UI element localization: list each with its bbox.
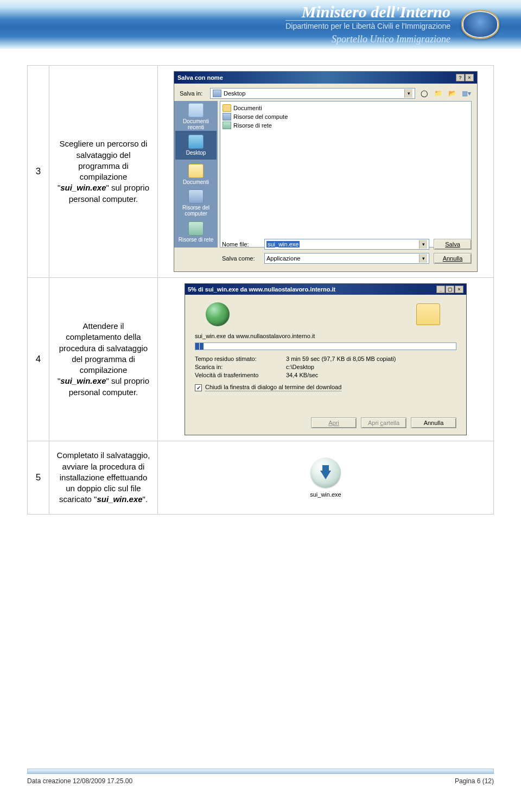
badge-icon bbox=[461, 10, 499, 39]
time-remaining-label: Tempo residuo stimato: bbox=[195, 356, 282, 362]
open-folder-button[interactable]: Apri cartella bbox=[361, 417, 406, 428]
step-screenshot: 5% di sui_win.exe da www.nullaostalavoro… bbox=[158, 278, 494, 441]
desktop-icon bbox=[213, 90, 221, 97]
exe-file-icon[interactable]: sui_win.exe bbox=[285, 447, 366, 509]
step-number: 4 bbox=[28, 278, 49, 441]
dialog-title: Salva con nome bbox=[177, 74, 223, 81]
titlebar: Salva con nome ? × bbox=[174, 72, 477, 84]
new-folder-icon[interactable]: 📂 bbox=[447, 88, 458, 99]
exe-filename: sui_win.exe bbox=[310, 491, 341, 498]
cancel-button[interactable]: Annulla bbox=[411, 417, 456, 428]
close-on-complete-checkbox[interactable] bbox=[195, 384, 202, 391]
step-description: Attendere il completamento della procedu… bbox=[49, 278, 158, 441]
help-icon[interactable]: ? bbox=[456, 74, 465, 81]
savetype-label: Salva come: bbox=[222, 255, 260, 262]
chevron-down-icon[interactable]: ▾ bbox=[419, 240, 427, 249]
cancel-button[interactable]: Annulla bbox=[434, 253, 472, 264]
close-icon[interactable]: × bbox=[465, 74, 474, 81]
table-row: 5 Completato il salvataggio, avviare la … bbox=[28, 441, 494, 515]
places-documents[interactable]: Documenti bbox=[175, 160, 217, 188]
page-number: Pagina 6 (12) bbox=[455, 777, 494, 785]
network-icon bbox=[223, 122, 231, 129]
save-in-label: Salva in: bbox=[180, 90, 207, 97]
table-row: 4 Attendere il completamento della proce… bbox=[28, 278, 494, 441]
list-item[interactable]: Risorse del compute bbox=[223, 112, 469, 121]
maximize-icon[interactable]: ▢ bbox=[446, 286, 454, 293]
views-icon[interactable]: ▦▾ bbox=[461, 88, 472, 99]
places-desktop[interactable]: Desktop bbox=[175, 131, 217, 160]
back-icon[interactable]: ◯ bbox=[418, 88, 429, 99]
open-button[interactable]: Apri bbox=[311, 417, 357, 428]
savetype-dropdown[interactable]: Applicazione ▾ bbox=[264, 253, 429, 264]
filename-label: Nome file: bbox=[222, 241, 260, 248]
folder-icon bbox=[223, 104, 231, 112]
header-banner: Ministero dell'Interno Dipartimento per … bbox=[0, 0, 521, 49]
save-button[interactable]: Salva bbox=[434, 239, 472, 250]
filename-input[interactable]: sui_win.exe ▾ bbox=[264, 239, 429, 250]
ministry-subtitle: Dipartimento per le Libertà Civili e l'I… bbox=[285, 20, 450, 30]
transfer-rate-label: Velocità di trasferimento bbox=[195, 372, 282, 378]
places-recent[interactable]: Documenti recenti bbox=[175, 102, 217, 131]
download-title: 5% di sui_win.exe da www.nullaostalavoro… bbox=[188, 286, 335, 293]
list-item[interactable]: Documenti bbox=[223, 104, 469, 112]
file-list[interactable]: Documenti Risorse del compute Risorse di… bbox=[220, 101, 472, 248]
chevron-down-icon[interactable]: ▾ bbox=[404, 89, 412, 98]
progress-bar bbox=[195, 342, 456, 350]
titlebar: 5% di sui_win.exe da www.nullaostalavoro… bbox=[185, 284, 466, 295]
step-number: 5 bbox=[28, 441, 49, 515]
up-folder-icon[interactable]: 📁 bbox=[433, 88, 443, 99]
step-number: 3 bbox=[28, 66, 49, 278]
ministry-subtitle2: Sportello Unico Immigrazione bbox=[285, 34, 450, 45]
header-text: Ministero dell'Interno Dipartimento per … bbox=[285, 4, 450, 45]
save-in-dropdown[interactable]: Desktop ▾ bbox=[210, 88, 415, 99]
computer-icon bbox=[223, 113, 231, 120]
download-source: sui_win.exe da www.nullaostalavoro.inter… bbox=[195, 333, 456, 339]
save-toolbar: Salva in: Desktop ▾ ◯ 📁 📂 ▦▾ bbox=[174, 84, 477, 101]
close-icon[interactable]: × bbox=[455, 286, 463, 293]
globe-icon bbox=[206, 302, 230, 326]
minimize-icon[interactable]: _ bbox=[436, 286, 445, 293]
folder-icon bbox=[416, 303, 440, 325]
steps-table: 3 Scegliere un percorso di salvataggio d… bbox=[27, 65, 494, 515]
places-bar: Documenti recenti Desktop Documenti Riso… bbox=[174, 101, 218, 248]
time-remaining-value: 3 min 59 sec (97,7 KB di 8,05 MB copiati… bbox=[286, 356, 396, 362]
save-as-dialog: Salva con nome ? × Salva in: Desktop ▾ ◯… bbox=[174, 71, 478, 272]
transfer-rate-value: 34,4 KB/sec bbox=[286, 372, 318, 378]
download-dest-label: Scarica in: bbox=[195, 364, 282, 370]
download-dialog: 5% di sui_win.exe da www.nullaostalavoro… bbox=[185, 283, 467, 435]
ministry-title: Ministero dell'Interno bbox=[285, 4, 450, 20]
creation-date: Data creazione 12/08/2009 17.25.00 bbox=[27, 777, 132, 785]
download-circle-icon bbox=[310, 458, 341, 488]
chevron-down-icon[interactable]: ▾ bbox=[419, 254, 427, 263]
close-on-complete-label: Chiudi la finestra di dialogo al termine… bbox=[205, 384, 341, 391]
list-item[interactable]: Risorse di rete bbox=[223, 121, 469, 130]
step-screenshot: Salva con nome ? × Salva in: Desktop ▾ ◯… bbox=[158, 66, 494, 278]
step-screenshot: sui_win.exe bbox=[158, 441, 494, 515]
download-dest-value: c:\Desktop bbox=[286, 364, 314, 370]
places-computer[interactable]: Risorse del computer bbox=[175, 189, 217, 218]
page-footer: Data creazione 12/08/2009 17.25.00 Pagin… bbox=[27, 774, 494, 785]
table-row: 3 Scegliere un percorso di salvataggio d… bbox=[28, 66, 494, 278]
step-description: Completato il salvataggio, avviare la pr… bbox=[49, 441, 158, 515]
content-area: 3 Scegliere un percorso di salvataggio d… bbox=[0, 49, 521, 531]
step-description: Scegliere un percorso di salvataggio del… bbox=[49, 66, 158, 278]
